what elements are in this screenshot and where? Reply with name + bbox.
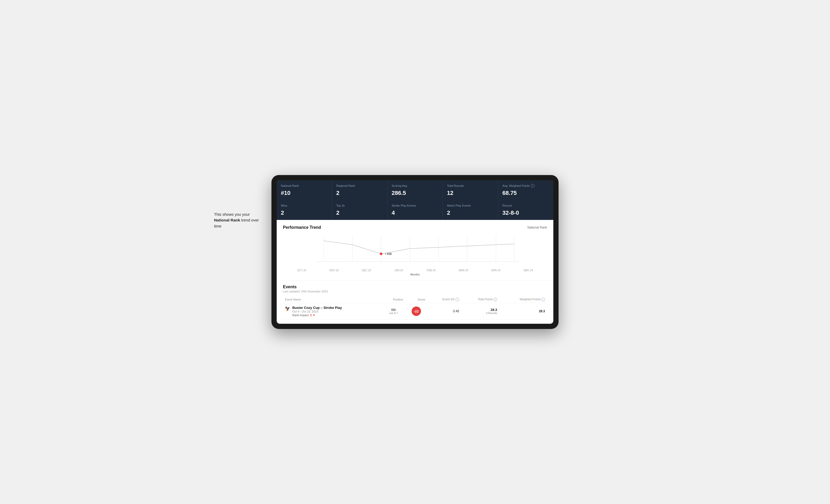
stat-avg-weighted-points-label: Avg. Weighted Points i xyxy=(503,184,549,188)
total-points-value: 28.3 xyxy=(463,308,497,312)
event-sg-cell: 0.45 xyxy=(427,303,461,320)
x-label-jan24: JAN 24 xyxy=(383,269,415,272)
performance-header: Performance Trend National Rank xyxy=(283,225,547,230)
total-points-info-icon[interactable]: i xyxy=(493,298,497,301)
events-section: Events Last updated: 24th November 2023 … xyxy=(277,280,553,324)
annotation: This shows you your National Rank trend … xyxy=(214,211,266,229)
chart-highlight-dot xyxy=(380,253,382,255)
performance-title: Performance Trend xyxy=(283,225,321,230)
x-label-may24: MAY 24 xyxy=(512,269,544,272)
performance-section: Performance Trend National Rank xyxy=(277,220,553,280)
stat-avg-weighted-points-value: 68.75 xyxy=(503,190,549,196)
event-score-badge: -22 xyxy=(412,306,421,316)
stat-record-value: 32-8-0 xyxy=(503,209,549,216)
annotation-text-before: This shows you your xyxy=(214,212,250,216)
chart-x-labels: OCT 23 NOV 23 DEC 23 JAN 24 FEB 24 MAR 2… xyxy=(283,269,547,272)
stat-wins-label: Wins xyxy=(281,204,327,207)
event-sg-info-icon[interactable]: i xyxy=(455,298,459,301)
stat-stroke-play-events-value: 4 xyxy=(391,209,438,216)
col-weighted-points: Weighted Points i xyxy=(499,296,547,303)
rank-impact-value: 3 xyxy=(310,313,312,317)
total-rounds: 3 Rounds xyxy=(463,312,497,314)
stat-scoring-avg: Scoring Avg. 286.5 xyxy=(387,180,442,200)
event-date: Oct 9 - Oct 10, 2023 xyxy=(292,310,342,313)
x-label-dec23: DEC 23 xyxy=(350,269,383,272)
stat-match-play-events: Match Play Events 2 xyxy=(443,200,498,220)
stat-record: Record 32-8-0 xyxy=(498,200,553,220)
table-row: 🦅 Buster Cozy Cup – Stroke Play Oct 9 - … xyxy=(283,303,547,320)
event-name-main: Buster Cozy Cup – Stroke Play xyxy=(292,306,342,310)
events-table: Event Name Position Score Event SG i Tot… xyxy=(283,296,547,320)
stat-wins-value: 2 xyxy=(281,209,327,216)
event-total-points-cell: 28.3 3 Rounds xyxy=(461,303,499,320)
stat-wins: Wins 2 xyxy=(277,200,332,220)
stat-total-rounds: Total Rounds 12 xyxy=(443,180,498,200)
stat-avg-weighted-points: Avg. Weighted Points i 68.75 xyxy=(498,180,553,200)
stat-top3s: Top 3s 2 xyxy=(332,200,387,220)
rank-impact-label: Rank Impact: xyxy=(292,313,309,317)
events-last-updated: Last updated: 24th November 2023 xyxy=(283,290,547,293)
event-position-of: out of 7 xyxy=(384,312,403,314)
event-position: 6th xyxy=(384,308,403,312)
tablet: National Rank #10 Regional Rank 2 Scorin… xyxy=(272,175,558,329)
events-title: Events xyxy=(283,284,547,289)
stat-scoring-avg-label: Scoring Avg. xyxy=(391,184,438,188)
stat-record-label: Record xyxy=(503,204,549,207)
stat-national-rank: National Rank #10 xyxy=(277,180,332,200)
stats-row-1: National Rank #10 Regional Rank 2 Scorin… xyxy=(277,180,553,200)
col-event-sg: Event SG i xyxy=(427,296,461,303)
event-name-cell: 🦅 Buster Cozy Cup – Stroke Play Oct 9 - … xyxy=(283,303,382,320)
tablet-screen: National Rank #10 Regional Rank 2 Scorin… xyxy=(277,180,553,324)
performance-rank-label: National Rank xyxy=(528,226,547,229)
stat-top3s-label: Top 3s xyxy=(336,204,383,207)
stat-regional-rank-value: 2 xyxy=(336,190,383,196)
rank-impact-down-icon xyxy=(313,314,315,316)
weighted-points-info-icon[interactable]: i xyxy=(541,298,545,301)
stat-total-rounds-label: Total Rounds xyxy=(447,184,494,188)
annotation-bold: National Rank xyxy=(214,218,240,222)
stat-stroke-play-events-label: Stroke Play Events xyxy=(391,204,438,207)
rank-impact: Rank Impact: 3 xyxy=(292,313,342,317)
stat-scoring-avg-value: 286.5 xyxy=(391,190,438,196)
event-score-cell: -22 xyxy=(405,303,427,320)
weighted-points-value: 28.3 xyxy=(539,309,545,313)
col-event-name: Event Name xyxy=(283,296,382,303)
event-weighted-points-cell: 28.3 xyxy=(499,303,547,320)
chart-x-axis-title: Months xyxy=(283,273,547,276)
stat-national-rank-label: National Rank xyxy=(281,184,327,188)
stat-top3s-value: 2 xyxy=(336,209,383,216)
scene: This shows you your National Rank trend … xyxy=(272,175,558,329)
stat-regional-rank: Regional Rank 2 xyxy=(332,180,387,200)
stats-row-2: Wins 2 Top 3s 2 Stroke Play Events 4 Mat… xyxy=(277,200,553,220)
x-label-nov23: NOV 23 xyxy=(318,269,350,272)
chart-area: • #10 xyxy=(283,233,547,267)
stat-match-play-events-value: 2 xyxy=(447,209,494,216)
event-position-cell: 6th out of 7 xyxy=(382,303,405,320)
performance-chart: • #10 xyxy=(283,233,547,267)
stat-match-play-events-label: Match Play Events xyxy=(447,204,494,207)
event-icon: 🦅 xyxy=(285,306,290,311)
chart-rank-label: • #10 xyxy=(385,252,391,256)
col-score: Score xyxy=(405,296,427,303)
x-label-mar24: MAR 24 xyxy=(447,269,480,272)
stat-regional-rank-label: Regional Rank xyxy=(336,184,383,188)
stat-stroke-play-events: Stroke Play Events 4 xyxy=(387,200,442,220)
stat-national-rank-value: #10 xyxy=(281,190,327,196)
col-total-points: Total Points i xyxy=(461,296,499,303)
x-label-oct23: OCT 23 xyxy=(286,269,318,272)
events-table-header-row: Event Name Position Score Event SG i Tot… xyxy=(283,296,547,303)
x-label-feb24: FEB 24 xyxy=(415,269,447,272)
avg-weighted-points-info-icon[interactable]: i xyxy=(531,184,535,188)
x-label-apr24: APR 24 xyxy=(480,269,512,272)
stat-total-rounds-value: 12 xyxy=(447,190,494,196)
col-position: Position xyxy=(382,296,405,303)
